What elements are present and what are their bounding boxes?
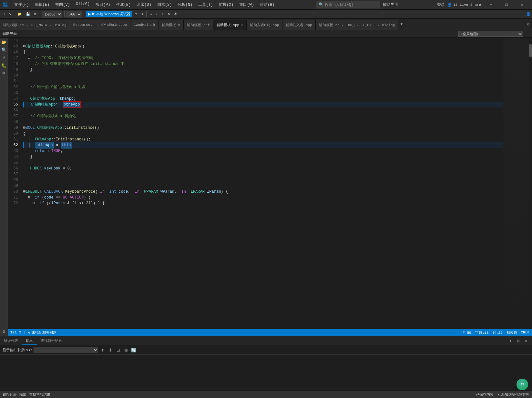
tab-helper-dlg[interactable]: 辅助入者Dlg.cpp bbox=[247, 20, 282, 30]
toolbar-redo[interactable]: ↻ bbox=[7, 11, 12, 17]
tab-label: 辅助入者Dlg.cpp bbox=[250, 23, 279, 27]
code-line-55: C辅助模板App* ptheApp; bbox=[23, 102, 503, 107]
tab-more-button[interactable]: ▼ bbox=[398, 22, 404, 26]
code-line-72: ⊟ if ((lParam & (1 << 31)) ) { bbox=[23, 200, 503, 206]
scope-dropdown[interactable]: (全局范围) bbox=[458, 31, 523, 37]
zoom-level: 121 % bbox=[10, 331, 21, 334]
menu-extensions[interactable]: 扩展(X) bbox=[216, 1, 236, 8]
tab-label: 辅助模板.rc - IDD_P...E_BASE - Dialog bbox=[319, 23, 395, 27]
tab-cwndmain-cpp[interactable]: CWndMain.cpp bbox=[98, 20, 130, 30]
toolbar-sep-4 bbox=[84, 11, 84, 17]
menu-edit[interactable]: 编辑(E) bbox=[32, 1, 52, 8]
panel-tab-bar: 错误列表 输出 查找符号结果 ⬆ ⊡ ✕ bbox=[0, 336, 532, 345]
toolbar-sep-1 bbox=[14, 11, 14, 17]
bottom-tab-output[interactable]: 输出 bbox=[19, 392, 26, 397]
menu-git[interactable]: Git(G) bbox=[73, 1, 92, 8]
panel-up-button[interactable]: ⬆ bbox=[507, 338, 514, 344]
panel-btn-2[interactable]: ⬇ bbox=[107, 347, 114, 353]
panel-tab-find-symbols[interactable]: 查找符号结果 bbox=[37, 337, 66, 344]
menu-tools[interactable]: 工具(T) bbox=[196, 1, 216, 8]
code-line-64: │} bbox=[23, 154, 503, 160]
toolbar-step-in[interactable]: ⇓ bbox=[155, 11, 159, 17]
code-line-48: │ // 将所有重要的初始化放置在 InitInstance 中 bbox=[23, 61, 503, 67]
code-line-49: │} bbox=[23, 67, 503, 73]
panel-btn-1[interactable]: ⬆ bbox=[99, 347, 106, 353]
menu-project[interactable]: 项目(P) bbox=[93, 1, 113, 8]
menu-help[interactable]: 帮助(H) bbox=[257, 1, 277, 8]
toolbar-restart[interactable]: ↺ bbox=[139, 11, 144, 17]
menu-window[interactable]: 窗口(W) bbox=[237, 1, 257, 8]
panel-close-button[interactable]: ✕ bbox=[523, 338, 529, 344]
toolbar-breakpoint[interactable]: ⊗ bbox=[167, 11, 171, 17]
panel-btn-4[interactable]: ⊠ bbox=[123, 347, 129, 353]
toolbar-undo[interactable]: ↺ bbox=[1, 11, 6, 17]
maximize-button[interactable]: □ bbox=[499, 0, 514, 10]
panel-btn-3[interactable]: ⊡ bbox=[115, 347, 121, 353]
titlebar-app-name: 辅助界面 bbox=[383, 2, 398, 7]
activity-extensions[interactable]: ⊞ bbox=[1, 70, 7, 77]
bottom-tab-errors[interactable]: 错误列表 bbox=[3, 392, 17, 397]
menu-test[interactable]: 测试(S) bbox=[155, 1, 175, 8]
panel-btn-5[interactable]: 🔄 bbox=[130, 347, 137, 353]
code-line-50 bbox=[23, 73, 503, 78]
source-control-icon: ⬆ bbox=[497, 393, 500, 397]
activity-git[interactable]: ⑂ bbox=[1, 55, 7, 61]
activity-explorer[interactable]: 📂 bbox=[1, 39, 7, 46]
menu-file[interactable]: 文件(F) bbox=[12, 1, 32, 8]
login-button[interactable]: 登录 bbox=[437, 2, 445, 7]
tab-cwndmain-h[interactable]: CWndMain.h bbox=[130, 20, 159, 30]
toolbar-save-all[interactable]: ⊞ bbox=[33, 11, 38, 17]
menu-analyze[interactable]: 分析(N) bbox=[175, 1, 195, 8]
toolbar-step-out[interactable]: ⇑ bbox=[160, 11, 165, 17]
panel-expand-button[interactable]: ⊡ bbox=[515, 338, 522, 344]
toolbar-liveshare[interactable]: 👤 bbox=[526, 12, 531, 16]
code-line-45: ⊟C辅助模板App::C辅助模板App() bbox=[23, 44, 503, 49]
close-button[interactable]: ✕ bbox=[515, 0, 529, 10]
menu-build[interactable]: 生成(B) bbox=[114, 1, 134, 8]
toolbar-watch[interactable]: 👁 bbox=[172, 11, 179, 17]
code-content[interactable]: ⊟C辅助模板App::C辅助模板App() { ⊟ // TODO: 在此处添加… bbox=[21, 38, 503, 329]
debug-config-dropdown[interactable]: Debug bbox=[42, 11, 62, 17]
tab-helper-inject[interactable]: 辅助注入者.cpp bbox=[282, 20, 315, 30]
toolbar-save[interactable]: 💾 bbox=[25, 11, 32, 17]
tab-template-def[interactable]: 辅助模板.def bbox=[184, 20, 213, 30]
run-debugger-button[interactable]: ▶ ▶ 本地 Windows 调试器 bbox=[86, 11, 132, 17]
tab-template-cpp[interactable]: 辅助模板.cpp ✕ bbox=[213, 20, 247, 30]
panel-tab-errors[interactable]: 错误列表 bbox=[0, 337, 22, 344]
activity-debug[interactable]: 🐛 bbox=[1, 62, 7, 69]
tab-resource-h[interactable]: Resource.h bbox=[70, 20, 98, 30]
bottom-right: 已保存的项 ⬆ 添加到源代码管理 JS bbox=[476, 392, 529, 397]
code-line-44 bbox=[23, 38, 503, 44]
error-icon: ⊙ bbox=[28, 331, 31, 335]
toolbar-open[interactable]: 📁 bbox=[16, 11, 23, 17]
menu-debug[interactable]: 调试(D) bbox=[134, 1, 154, 8]
vertical-scrollbar[interactable] bbox=[529, 38, 532, 329]
live-share-button[interactable]: 👤 13 Live Share bbox=[447, 3, 481, 7]
platform-dropdown[interactable]: x86 bbox=[66, 11, 82, 17]
minimize-button[interactable]: — bbox=[484, 0, 498, 10]
secondary-toolbar: 辅助界面 (全局范围) bbox=[0, 30, 532, 38]
panel-tab-output[interactable]: 输出 bbox=[22, 337, 37, 345]
tab-settings-button[interactable]: ⚙ bbox=[525, 22, 532, 27]
source-control-button[interactable]: ⬆ 添加到源代码管理 bbox=[497, 392, 529, 397]
tab-rc-base[interactable]: 辅助模板.rc - IDD_P...E_BASE - Dialog bbox=[316, 20, 398, 30]
code-line-61: │ CWinApp::InitInstance(); bbox=[23, 137, 503, 142]
bottom-tab-find[interactable]: 查找符号结果 bbox=[29, 392, 50, 397]
source-dropdown[interactable] bbox=[34, 347, 98, 353]
tab-label: 辅助模板.rc - IDD_MAIN - Dialog bbox=[3, 23, 66, 27]
breadcrumb: 辅助界面 bbox=[3, 31, 17, 36]
code-line-47: ⊟ // TODO: 在此处添加构造代码。 bbox=[23, 55, 503, 61]
tab-close-icon[interactable]: ✕ bbox=[241, 23, 243, 27]
tab-template-h[interactable]: 辅助模板.h bbox=[159, 20, 184, 30]
toolbar-step-over[interactable]: ⇒ bbox=[148, 11, 153, 17]
activity-search[interactable]: 🔍 bbox=[1, 47, 7, 53]
scrollbar-thumb[interactable] bbox=[529, 44, 532, 57]
code-editor[interactable]: 44 45 46 47 48 49 50 51 52 53 54 55 56 5… bbox=[8, 38, 532, 329]
code-line-46: { bbox=[23, 49, 503, 55]
search-box[interactable]: 🔍 搜索 (Ctrl+Q) bbox=[316, 1, 380, 8]
menu-view[interactable]: 视图(V) bbox=[53, 1, 73, 8]
tab-rc-main[interactable]: 辅助模板.rc - IDD_MAIN - Dialog bbox=[0, 20, 70, 30]
activity-settings[interactable]: ⚙ bbox=[1, 328, 7, 335]
tab-label: 辅助模板.h bbox=[162, 23, 180, 27]
toolbar-stop[interactable]: ⊡ bbox=[134, 11, 138, 17]
